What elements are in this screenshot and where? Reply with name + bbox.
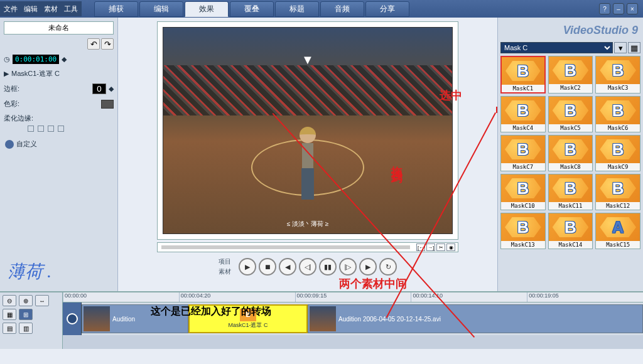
close-button[interactable]: × (627, 3, 638, 14)
track-tool-1[interactable]: ▤ (3, 323, 16, 334)
thumb-MaskC10[interactable]: BMaskC10 (500, 174, 546, 210)
soft-0[interactable] (28, 126, 34, 132)
tab-6[interactable]: 分享 (365, 1, 409, 17)
redo-button[interactable]: ↷ (101, 38, 114, 50)
library-dropdown-icon[interactable]: ▾ (614, 42, 627, 53)
trim-btn-1[interactable]: →] (426, 244, 435, 251)
titlebar: 文件 编辑 素材 工具 捕获编辑效果覆叠标题音频分享 ? – × (0, 0, 643, 18)
thumb-MaskC14[interactable]: BMaskC14 (548, 213, 593, 249)
thumb-MaskC13[interactable]: BMaskC13 (500, 213, 546, 249)
tab-4[interactable]: 标题 (275, 1, 319, 17)
library-panel: VideoStudio 9 Mask C ▾ ▦ BMaskC1BMaskC2B… (497, 18, 643, 291)
tab-0[interactable]: 捕获 (94, 1, 138, 17)
track-tool-2[interactable]: ▥ (19, 323, 33, 334)
color-swatch[interactable] (101, 100, 114, 109)
effect-icon: ▶ (4, 70, 9, 78)
time-ruler[interactable]: 00:00:0000:00:04:2000:00:09:1500:00:14:1… (63, 292, 643, 302)
zoom-out-button[interactable]: ⊖ (3, 295, 16, 306)
step-tabs: 捕获编辑效果覆叠标题音频分享 (94, 1, 594, 17)
minimize-button[interactable]: – (613, 3, 624, 14)
transport-btn-0[interactable]: ▶ (239, 258, 256, 276)
thumb-MaskC2[interactable]: BMaskC2 (548, 56, 593, 94)
soft-edge-options (28, 126, 115, 132)
soft-edge-label: 柔化边缘: (4, 114, 33, 123)
soft-3[interactable] (58, 126, 64, 132)
tab-3[interactable]: 覆叠 (230, 1, 274, 17)
scrubber[interactable] (161, 245, 410, 249)
menu-clip[interactable]: 素材 (44, 4, 58, 14)
thumb-MaskC12[interactable]: BMaskC12 (595, 174, 640, 210)
effect-name: MaskC1-遮罩 C (11, 69, 60, 78)
trim-btn-3[interactable]: ◉ (446, 244, 455, 251)
character (298, 127, 317, 202)
border-label: 边框: (4, 84, 19, 94)
transport-btn-7[interactable]: ↻ (379, 258, 397, 276)
border-stepper[interactable]: ◆ (109, 85, 114, 93)
transport-btn-3[interactable]: ◁| (299, 258, 316, 276)
preview-video[interactable]: ▼ ≤ 淡淡丶薄荷 ≥ (163, 27, 453, 234)
video-track[interactable]: Audition B MaskC1-遮罩 C Audition 2006-04-… (63, 302, 643, 335)
thumb-MaskC9[interactable]: BMaskC9 (595, 135, 640, 171)
library-category-select[interactable]: Mask C (500, 42, 613, 53)
tab-1[interactable]: 编辑 (139, 1, 183, 17)
thumb-MaskC7[interactable]: BMaskC7 (500, 135, 546, 171)
timeline-view-button[interactable]: ⊞ (19, 309, 33, 320)
transport-btn-5[interactable]: |▷ (339, 258, 357, 276)
transport-btn-4[interactable]: ▮▮ (319, 258, 337, 276)
transport-btn-2[interactable]: ◀ (279, 258, 296, 276)
transport-btn-6[interactable]: ▶ (359, 258, 377, 276)
tab-5[interactable]: 音频 (320, 1, 364, 17)
customize-button[interactable]: 自定义 (5, 139, 112, 149)
transport-btn-1[interactable]: ⏹ (259, 258, 276, 276)
transition-clip[interactable]: B MaskC1-遮罩 C (188, 304, 308, 333)
zoom-in-button[interactable]: ⊕ (19, 295, 33, 306)
thumb-MaskC5[interactable]: BMaskC5 (548, 96, 593, 132)
video-caption: ≤ 淡淡丶薄荷 ≥ (287, 220, 329, 228)
clock-icon: ◷ (4, 55, 10, 63)
trim-bar[interactable]: [←→]✂◉ (157, 242, 458, 252)
watermark-text: 薄荷 . (3, 255, 115, 289)
color-label: 色彩: (4, 99, 19, 109)
preview-area: ▼ ≤ 淡淡丶薄荷 ≥ [←→]✂◉ 项目 素材 ▶⏹◀◁|▮▮|▷▶↻ (118, 18, 497, 291)
undo-button[interactable]: ↶ (87, 38, 100, 50)
app-brand: VideoStudio 9 (500, 20, 640, 42)
transport-controls: 项目 素材 ▶⏹◀◁|▮▮|▷▶↻ (219, 257, 397, 276)
thumb-MaskC6[interactable]: BMaskC6 (595, 96, 640, 132)
menubar: 文件 编辑 素材 工具 (0, 1, 82, 16)
window-buttons: ? – × (594, 3, 643, 14)
transition-thumb-icon: B (240, 309, 256, 321)
trim-btn-2[interactable]: ✂ (436, 244, 445, 251)
thumb-MaskC11[interactable]: BMaskC11 (548, 174, 593, 210)
duration-stepper[interactable]: ◆ (62, 55, 67, 63)
library-folder-button[interactable]: ▦ (628, 42, 640, 53)
mode-project[interactable]: 项目 (219, 257, 231, 266)
clip-2[interactable]: Audition 2006-04-05 20-12-14-25.avi (308, 304, 643, 333)
library-thumbs: BMaskC1BMaskC2BMaskC3BMaskC4BMaskC5BMask… (500, 56, 640, 249)
zoom-fit-button[interactable]: ↔ (35, 295, 49, 306)
menu-edit[interactable]: 编辑 (24, 4, 38, 14)
clip-1[interactable]: Audition (82, 304, 188, 333)
duration-field[interactable]: 0:00:01:00 (13, 55, 59, 64)
reel-icon (67, 313, 78, 324)
thumb-MaskC3[interactable]: BMaskC3 (595, 56, 640, 94)
help-button[interactable]: ? (599, 3, 610, 14)
border-input[interactable] (92, 83, 106, 94)
track-head-video[interactable] (63, 302, 82, 335)
menu-file[interactable]: 文件 (4, 4, 18, 14)
soft-2[interactable] (48, 126, 54, 132)
gear-icon (5, 140, 14, 149)
storyboard-view-button[interactable]: ▦ (3, 309, 16, 320)
thumb-MaskC15[interactable]: AMaskC15 (595, 213, 640, 249)
thumb-MaskC8[interactable]: BMaskC8 (548, 135, 593, 171)
soft-1[interactable] (38, 126, 44, 132)
thumb-MaskC1[interactable]: BMaskC1 (500, 56, 546, 94)
preview-window: ▼ ≤ 淡淡丶薄荷 ≥ (157, 21, 458, 240)
mode-clip[interactable]: 素材 (219, 267, 231, 276)
arrow-down-icon: ▼ (301, 53, 314, 67)
tab-2[interactable]: 效果 (185, 1, 229, 17)
thumb-MaskC4[interactable]: BMaskC4 (500, 96, 546, 132)
menu-tools[interactable]: 工具 (64, 4, 78, 14)
timeline-body[interactable]: 00:00:0000:00:04:2000:00:09:1500:00:14:1… (63, 292, 643, 349)
project-name[interactable]: 未命名 (4, 21, 114, 35)
options-panel: 未命名 ↶ ↷ ◷ 0:00:01:00 ◆ ▶ MaskC1-遮罩 C 边框:… (0, 18, 118, 291)
